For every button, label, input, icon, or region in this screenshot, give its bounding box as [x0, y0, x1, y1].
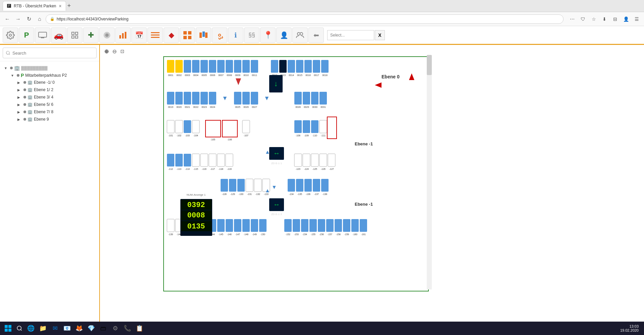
select-input[interactable]: [327, 30, 374, 40]
taskbar-firefox-icon[interactable]: 🦊: [74, 323, 84, 334]
svg-rect-151: [221, 179, 228, 192]
svg-text:-153: -153: [294, 233, 299, 236]
toolbar-gear2-button[interactable]: [212, 27, 227, 43]
svg-text:-102: -102: [177, 134, 181, 137]
toolbar-record-button[interactable]: [99, 27, 115, 43]
svg-text:-154: -154: [302, 233, 307, 236]
select-clear-button[interactable]: X: [375, 30, 385, 40]
svg-rect-215: [335, 219, 342, 232]
svg-rect-163: [288, 179, 295, 192]
url-bar[interactable]: 🔒 https://localhost:44343/OverviewParkin…: [46, 14, 564, 24]
tree-row-ebene-1-0[interactable]: ▶ 🏢 Ebene -1/ 0: [16, 79, 97, 85]
toolbar-blocks-button[interactable]: [180, 27, 195, 43]
svg-rect-6: [75, 36, 78, 38]
tree-row-ebene-3-4[interactable]: ▶ 🏢 Ebene 3/ 4: [16, 94, 97, 100]
tree-row-p2[interactable]: ▼ P Mitarbeiterparkhaus P2: [9, 72, 97, 79]
svg-text:-114: -114: [185, 168, 190, 170]
toolbar-person-button[interactable]: 👤: [276, 27, 292, 43]
toolbar-map-button[interactable]: [196, 27, 211, 43]
select-dropdown: X: [327, 30, 385, 40]
back-button[interactable]: ←: [3, 14, 12, 24]
tree-row-ebene-9[interactable]: ▶ 🏢 Ebene 9: [16, 116, 97, 122]
taskbar-vs-icon[interactable]: 💎: [86, 323, 97, 334]
taskbar-outlook-icon[interactable]: 📧: [62, 323, 72, 334]
svg-text:↔: ↔: [273, 149, 280, 157]
zoom-out-button[interactable]: ⊖: [111, 48, 118, 55]
svg-rect-201: [259, 219, 267, 232]
svg-rect-197: [242, 219, 250, 232]
tree-root-label: ▓▓▓▓▓▓▓▓▓: [21, 66, 48, 70]
toolbar-list-button[interactable]: [148, 27, 163, 43]
svg-text:-113: -113: [177, 168, 181, 170]
svg-rect-135: [209, 154, 216, 166]
svg-rect-78: [209, 92, 216, 105]
shield-button[interactable]: 🛡: [578, 14, 588, 24]
download-button[interactable]: ⬇: [600, 14, 609, 24]
taskbar-mail-icon[interactable]: ✉: [50, 323, 60, 334]
svg-text:0005: 0005: [201, 74, 207, 76]
tree-arrow-p2: ▼: [11, 74, 15, 77]
toolbar-parking-button[interactable]: P: [19, 27, 34, 43]
tree-row-ebene-1-2[interactable]: ▶ 🏢 Ebene 1/ 2: [16, 87, 97, 93]
toolbar-info-button[interactable]: ℹ: [228, 27, 243, 43]
tree-label-e9: Ebene 9: [34, 117, 49, 122]
taskbar-search-button[interactable]: [15, 324, 24, 333]
svg-rect-72: [184, 92, 191, 105]
toolbar-location-button[interactable]: 📍: [260, 27, 276, 43]
svg-text:0135: 0135: [187, 222, 205, 231]
toolbar-display-button[interactable]: [35, 27, 50, 43]
svg-text:-124: -124: [304, 168, 309, 170]
taskbar-start-button[interactable]: [3, 323, 13, 334]
toolbar-car-button[interactable]: 🚗: [51, 27, 66, 43]
refresh-button[interactable]: ↻: [24, 14, 34, 24]
tree-row-ebene-7-8[interactable]: ▶ 🏢 Ebene 7/ 8: [16, 109, 97, 115]
toolbar-cube-button[interactable]: ◆: [164, 27, 179, 43]
taskbar-explorer-icon[interactable]: 📁: [38, 323, 48, 334]
forward-button[interactable]: →: [13, 14, 23, 24]
taskbar-settings-icon[interactable]: ⚙: [110, 323, 121, 334]
active-tab[interactable]: 🅿 RTB - Übersicht Parken ×: [3, 1, 66, 11]
taskbar-app-icon[interactable]: 📋: [134, 323, 145, 334]
svg-rect-19: [199, 32, 202, 38]
svg-rect-13: [151, 35, 160, 36]
new-tab-button[interactable]: +: [67, 2, 71, 9]
svg-text:ZD E-1 1: ZD E-1 1: [271, 162, 282, 165]
profile-button[interactable]: 👤: [621, 14, 631, 24]
tree-dot-p2: [17, 74, 19, 77]
taskbar-phone-icon[interactable]: 📞: [122, 323, 133, 334]
svg-text:-123: -123: [296, 168, 300, 170]
taskbar-edge-icon[interactable]: 🌐: [25, 323, 36, 334]
toolbar-paragraph-button[interactable]: §§: [244, 27, 259, 43]
svg-rect-90: [303, 92, 310, 105]
svg-rect-133: [200, 154, 208, 166]
tab-close-button[interactable]: ×: [59, 3, 62, 9]
search-input[interactable]: [3, 48, 97, 58]
tree-item-ebene-3-4: ▶ 🏢 Ebene 3/ 4: [16, 93, 97, 101]
taskbar-db-icon[interactable]: 🗃: [98, 323, 109, 334]
svg-rect-98: [175, 120, 183, 133]
svg-rect-9: [119, 35, 121, 39]
svg-rect-235: [5, 329, 8, 332]
toolbar-grid-button[interactable]: [67, 27, 82, 43]
tree-row-ebene-5-6[interactable]: ▶ 🏢 Ebene 5/ 6: [16, 102, 97, 108]
toolbar-add-button[interactable]: ✚: [83, 27, 99, 43]
toolbar-chart-button[interactable]: [115, 27, 131, 43]
star-button[interactable]: ☆: [589, 14, 598, 24]
svg-text:0006: 0006: [210, 74, 215, 76]
svg-rect-125: [167, 154, 174, 166]
svg-rect-145: [311, 154, 318, 166]
zoom-fit-button[interactable]: ⊡: [119, 48, 126, 55]
toolbar-back-button[interactable]: ⬅: [308, 27, 324, 43]
tree-label-e56: Ebene 5/ 6: [34, 102, 53, 107]
tree-label-e34: Ebene 3/ 4: [34, 95, 53, 99]
home-button[interactable]: ⌂: [35, 14, 44, 24]
extensions-button[interactable]: ⋯: [568, 14, 577, 24]
toolbar-calendar-button[interactable]: 📅: [131, 27, 147, 43]
zoom-in-button[interactable]: ⊕: [103, 48, 110, 55]
menu-button[interactable]: ☰: [632, 14, 641, 24]
collections-button[interactable]: ⊟: [610, 14, 620, 24]
toolbar-group-button[interactable]: [292, 27, 308, 43]
tree-root-row[interactable]: ▼ 🏢 ▓▓▓▓▓▓▓▓▓: [3, 65, 97, 71]
svg-rect-209: [309, 219, 317, 232]
toolbar-wrench-button[interactable]: [3, 27, 18, 43]
